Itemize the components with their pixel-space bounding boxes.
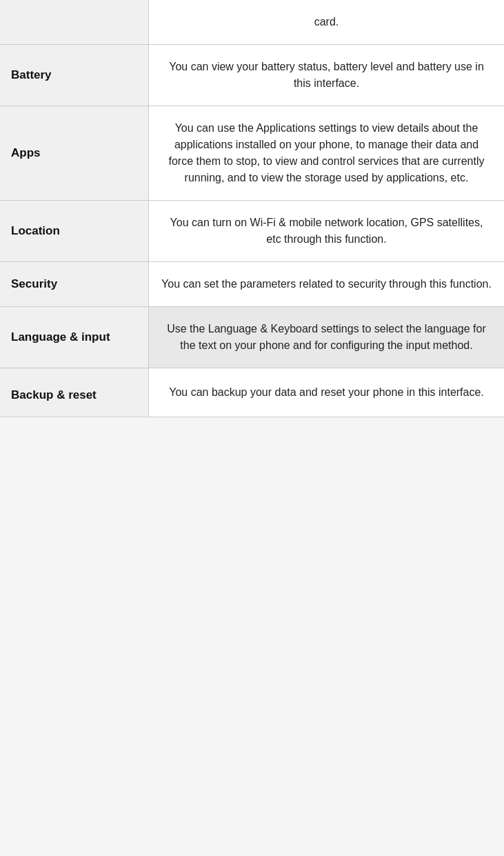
desc-text-security: You can set the parameters related to se…	[161, 276, 492, 292]
table-row: card.	[0, 0, 504, 45]
table-row-apps: Apps You can use the Applications settin…	[0, 106, 504, 201]
desc-cell-battery: You can view your battery status, batter…	[149, 45, 504, 106]
label-cell-backup: Backup & reset	[0, 368, 149, 417]
label-cell-apps: Apps	[0, 106, 149, 200]
desc-text-top: card.	[314, 14, 339, 30]
label-cell-battery: Battery	[0, 45, 149, 106]
table-row-battery: Battery You can view your battery status…	[0, 45, 504, 106]
desc-text-apps: You can use the Applications settings to…	[161, 120, 492, 186]
desc-cell-top: card.	[149, 0, 504, 44]
table-row-backup: Backup & reset You can backup your data …	[0, 368, 504, 417]
desc-cell-language: Use the Language & Keyboard settings to …	[149, 307, 504, 368]
label-text-location: Location	[11, 223, 60, 239]
table-row-security: Security You can set the parameters rela…	[0, 262, 504, 307]
desc-cell-apps: You can use the Applications settings to…	[149, 106, 504, 200]
settings-table: card. Battery You can view your battery …	[0, 0, 504, 417]
label-text-language: Language & input	[11, 330, 110, 345]
label-cell-top	[0, 0, 149, 44]
label-cell-language: Language & input	[0, 307, 149, 368]
table-row-language: Language & input Use the Language & Keyb…	[0, 307, 504, 368]
label-text-backup: Backup & reset	[11, 388, 97, 403]
label-text-apps: Apps	[11, 146, 41, 161]
table-row-location: Location You can turn on Wi-Fi & mobile …	[0, 201, 504, 262]
desc-cell-location: You can turn on Wi-Fi & mobile network l…	[149, 201, 504, 261]
desc-cell-backup: You can backup your data and reset your …	[149, 368, 504, 417]
label-cell-security: Security	[0, 262, 149, 306]
label-cell-location: Location	[0, 201, 149, 261]
desc-text-location: You can turn on Wi-Fi & mobile network l…	[161, 215, 492, 248]
desc-text-backup: You can backup your data and reset your …	[169, 384, 484, 401]
desc-text-battery: You can view your battery status, batter…	[161, 59, 492, 92]
desc-cell-security: You can set the parameters related to se…	[149, 262, 504, 306]
label-text-battery: Battery	[11, 68, 52, 83]
label-text-security: Security	[11, 277, 57, 292]
desc-text-language: Use the Language & Keyboard settings to …	[161, 321, 492, 354]
